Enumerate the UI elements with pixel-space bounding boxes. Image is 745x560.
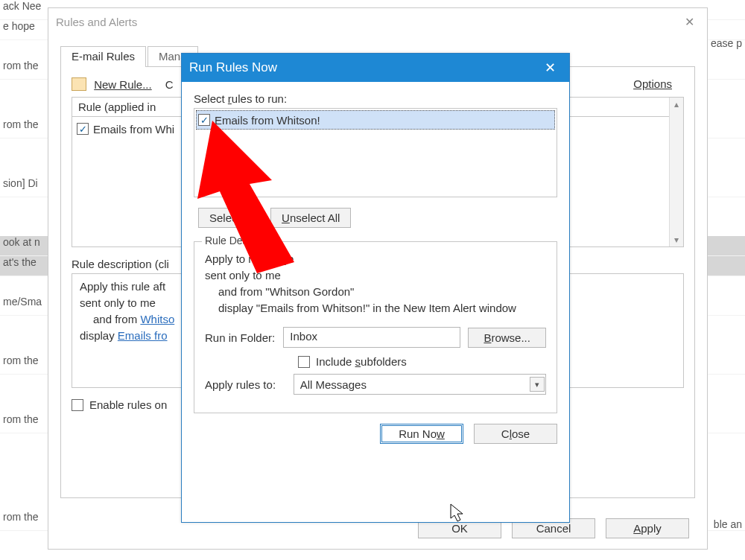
- run-in-folder-field[interactable]: Inbox: [283, 327, 460, 348]
- underline-letter: A: [243, 211, 250, 224]
- underline-letter: s: [355, 355, 361, 368]
- run-in-folder-row: Run in Folder: Inbox Browse...: [205, 327, 546, 348]
- apply-rest: pply: [641, 522, 662, 535]
- select-buttons-row: Select A Unselect All: [198, 208, 557, 228]
- close-button[interactable]: Close: [474, 424, 557, 444]
- apply-rules-to-label: Apply rules to:: [205, 378, 286, 391]
- new-rule-button[interactable]: New Rule...: [72, 77, 152, 91]
- rule-description-text: Apply to message sent only to me and fro…: [205, 251, 546, 316]
- rules-alerts-title: Rules and Alerts: [56, 16, 137, 28]
- desc-text: display: [80, 329, 118, 342]
- include-subfolders-checkbox[interactable]: [298, 356, 310, 368]
- underline-letter: w: [437, 427, 445, 440]
- rule-checkbox[interactable]: [198, 114, 210, 126]
- desc-link-from[interactable]: Whitso: [140, 313, 174, 325]
- desc-link-display[interactable]: Emails fro: [118, 329, 168, 342]
- enable-rules-label: Enable rules on: [89, 398, 167, 411]
- run-now-button[interactable]: Run Now: [380, 424, 463, 444]
- desc-line: and from "Whitson Gordon": [205, 284, 546, 300]
- rule-description-group: Rule Descrip Apply to message sent only …: [194, 241, 557, 413]
- underline-letter: B: [484, 331, 491, 344]
- options-link[interactable]: Options: [633, 77, 672, 90]
- rules-to-run-list[interactable]: Emails from Whitson!: [194, 108, 557, 197]
- desc-line: sent only to me: [205, 267, 546, 284]
- bg-right-text: ease p: [711, 37, 742, 49]
- rule-row-label: Emails from Whitson!: [215, 114, 320, 127]
- select-all-prefix: Select: [209, 211, 243, 224]
- new-rule-label: New Rule...: [94, 78, 152, 91]
- underline-letter: U: [282, 211, 290, 224]
- include-subfolders-row: Include subfolders: [298, 355, 546, 368]
- rule-name: Emails from Whi: [93, 123, 174, 136]
- chevron-down-icon[interactable]: ▾: [530, 377, 545, 392]
- scroll-down-icon[interactable]: ▾: [670, 233, 683, 246]
- run-rules-titlebar: Run Rules Now ✕: [182, 54, 569, 82]
- bg-right-text: ble an: [714, 518, 742, 530]
- select-all-button[interactable]: Select A: [198, 208, 261, 228]
- close-icon[interactable]: ✕: [538, 56, 562, 80]
- scrollbar[interactable]: ▴ ▾: [669, 98, 683, 246]
- rule-list-row[interactable]: Emails from Whitson!: [196, 110, 555, 130]
- apply-rules-to-select[interactable]: All Messages ▾: [294, 374, 546, 395]
- apply-rules-to-value: All Messages: [300, 378, 367, 391]
- group-title: Rule Descrip: [202, 235, 267, 246]
- enable-rules-checkbox[interactable]: [72, 399, 83, 411]
- folder-new-icon: [72, 77, 86, 91]
- run-in-folder-label: Run in Folder:: [205, 331, 276, 344]
- apply-rules-to-row: Apply rules to: All Messages ▾: [205, 374, 546, 395]
- desc-text: and from: [93, 313, 140, 325]
- apply-underline: A: [633, 522, 641, 535]
- run-rules-title: Run Rules Now: [189, 60, 277, 75]
- rule-checkbox[interactable]: [77, 123, 89, 135]
- underline-letter: r: [228, 92, 232, 105]
- change-rule-button[interactable]: C: [165, 78, 174, 91]
- browse-button[interactable]: Browse...: [468, 328, 546, 348]
- tab-email-rules[interactable]: E-mail Rules: [60, 46, 146, 67]
- dialog-buttons: Run Now Close: [194, 424, 557, 444]
- scroll-up-icon[interactable]: ▴: [670, 98, 683, 111]
- underline-letter: l: [510, 427, 512, 440]
- run-rules-now-window: Run Rules Now ✕ Select rules to run: Ema…: [181, 53, 570, 523]
- close-icon[interactable]: ✕: [679, 11, 700, 32]
- apply-button[interactable]: Apply: [606, 518, 689, 538]
- desc-line: Apply to message: [205, 251, 546, 267]
- include-subfolders-label: Include subfolders: [316, 355, 407, 368]
- unselect-all-button[interactable]: Unselect All: [270, 208, 351, 228]
- select-rules-label: Select rules to run:: [194, 92, 557, 105]
- options-label: Options: [633, 77, 672, 90]
- rules-alerts-titlebar: Rules and Alerts ✕: [48, 8, 707, 35]
- desc-line: display "Emails from Whitson!" in the Ne…: [205, 300, 546, 316]
